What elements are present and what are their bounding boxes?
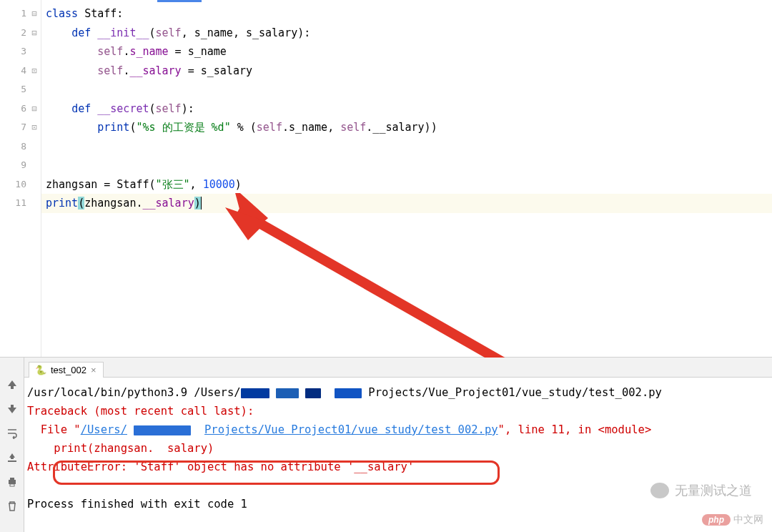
svg-rect-5 xyxy=(9,480,16,484)
redacted xyxy=(134,425,191,435)
editor-area: 1⊟ 2⊟ 3 4⊡ 5 6⊟ 7⊡ 8 9 10 11 class Staff… xyxy=(0,0,772,358)
scroll-end-icon[interactable] xyxy=(6,452,18,463)
run-tab-label: test_002 xyxy=(51,365,86,375)
run-tab[interactable]: 🐍 test_002 × xyxy=(29,362,104,378)
code-line: def __init__(self, s_name, s_salary): xyxy=(46,24,772,43)
code-line-current: print(zhangsan.__salary) xyxy=(41,194,772,213)
fold-icon[interactable]: ⊟ xyxy=(28,99,41,119)
code-line: self.__salary = s_salary xyxy=(46,61,772,81)
rerun-down-icon[interactable] xyxy=(6,403,18,415)
run-panel: 🐍 test_002 × /usr/local/bin/python3.9 /U… xyxy=(0,358,772,532)
fold-icon[interactable]: ⊟ xyxy=(28,24,41,43)
run-tab-bar: 🐍 test_002 × xyxy=(24,358,772,378)
line-number[interactable]: 11 xyxy=(0,194,41,213)
code-area[interactable]: class Staff: def __init__(self, s_name, … xyxy=(41,0,772,357)
line-number[interactable]: 2⊟ xyxy=(0,24,41,43)
code-line xyxy=(46,137,772,157)
code-line xyxy=(46,156,772,175)
code-line: self.s_name = s_name xyxy=(46,42,772,61)
line-number[interactable]: 10 xyxy=(0,175,41,194)
error-message: AttributeError: 'Staff' object has no at… xyxy=(27,460,414,473)
svg-rect-6 xyxy=(10,478,14,480)
redacted xyxy=(335,388,362,398)
php-badge: php 中文网 xyxy=(702,513,763,526)
redacted xyxy=(241,388,269,398)
code-line xyxy=(46,80,772,99)
line-number[interactable]: 1⊟ xyxy=(0,4,41,24)
fold-icon[interactable]: ⊟ xyxy=(28,4,41,24)
gutter[interactable]: 1⊟ 2⊟ 3 4⊡ 5 6⊟ 7⊡ 8 9 10 11 xyxy=(0,0,41,357)
redacted xyxy=(276,388,299,398)
code-line: print("%s 的工资是 %d" % (self.s_name, self.… xyxy=(46,118,772,137)
close-icon[interactable]: × xyxy=(91,365,96,375)
line-number[interactable]: 5 xyxy=(0,80,41,99)
redacted xyxy=(305,388,321,398)
line-number[interactable]: 7⊡ xyxy=(0,118,41,137)
line-number[interactable]: 4⊡ xyxy=(0,61,41,81)
console-output[interactable]: /usr/local/bin/python3.9 /Users/ Project… xyxy=(24,378,772,519)
code-line: zhangsan = Staff("张三", 10000) xyxy=(46,175,772,194)
soft-wrap-icon[interactable] xyxy=(6,428,18,439)
svg-rect-7 xyxy=(10,484,14,486)
print-icon[interactable] xyxy=(6,476,18,488)
python-icon: 🐍 xyxy=(35,365,46,375)
line-number[interactable]: 8 xyxy=(0,137,41,157)
line-number[interactable]: 3 xyxy=(0,42,41,61)
code-line: class Staff: xyxy=(46,4,772,24)
line-number[interactable]: 9 xyxy=(0,156,41,175)
fold-end-icon: ⊡ xyxy=(28,61,41,81)
exit-message: Process finished with exit code 1 xyxy=(27,498,247,511)
code-line: def __secret(self): xyxy=(46,99,772,119)
run-content: 🐍 test_002 × /usr/local/bin/python3.9 /U… xyxy=(24,358,772,532)
run-toolbar xyxy=(0,358,24,532)
caret xyxy=(201,197,202,210)
trash-icon[interactable] xyxy=(6,501,18,512)
svg-rect-4 xyxy=(8,460,16,462)
rerun-up-icon[interactable] xyxy=(6,379,18,390)
line-number[interactable]: 6⊟ xyxy=(0,99,41,119)
fold-end-icon: ⊡ xyxy=(28,118,41,137)
